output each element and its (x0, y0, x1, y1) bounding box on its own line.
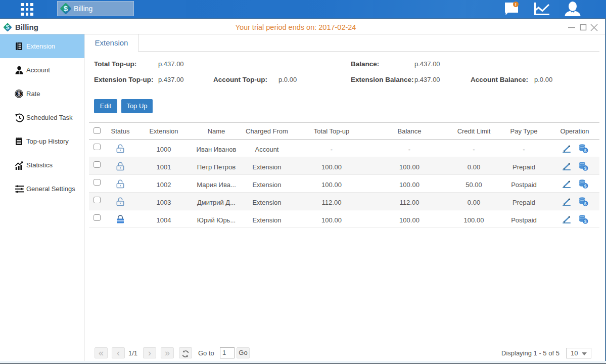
svg-text:$: $ (584, 148, 587, 153)
svg-text:$: $ (584, 165, 587, 170)
svg-text:$: $ (584, 201, 587, 206)
svg-text:$: $ (584, 183, 587, 188)
svg-text:!: ! (515, 2, 517, 7)
svg-text:$: $ (18, 90, 21, 97)
svg-text:$: $ (64, 4, 68, 13)
svg-text:$: $ (584, 218, 587, 223)
